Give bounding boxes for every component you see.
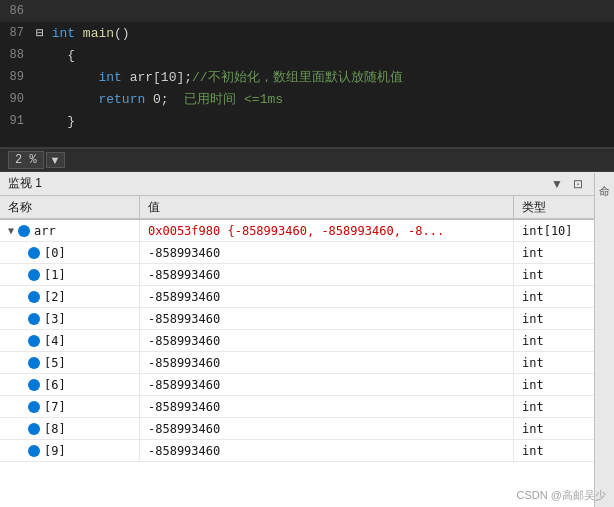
row-name-cell: [1] <box>0 264 140 285</box>
variable-name: [9] <box>44 444 66 458</box>
row-name-cell: [2] <box>0 286 140 307</box>
variable-name: [1] <box>44 268 66 282</box>
variable-name: [2] <box>44 290 66 304</box>
table-header: 名称 值 类型 <box>0 196 614 220</box>
variable-name: arr <box>34 224 56 238</box>
zoom-control[interactable]: 2 % ▼ <box>8 151 65 169</box>
line-content: ⊟ int main() <box>36 25 130 41</box>
code-line: 87⊟ int main() <box>0 22 614 44</box>
row-value-cell: -858993460 <box>140 352 514 373</box>
line-number: 86 <box>4 4 36 18</box>
watch-table: 名称 值 类型 ▼arr0x0053f980 {-858993460, -858… <box>0 196 614 507</box>
code-line: 91 } <box>0 110 614 132</box>
row-name-cell: [8] <box>0 418 140 439</box>
code-line: 90 return 0; 已用时间 <=1ms <box>0 88 614 110</box>
row-name-cell: [9] <box>0 440 140 461</box>
line-content: return 0; 已用时间 <=1ms <box>36 90 283 108</box>
line-number: 89 <box>4 70 36 84</box>
row-value-cell: -858993460 <box>140 286 514 307</box>
zoom-value: 2 % <box>8 151 44 169</box>
code-line: 88 { <box>0 44 614 66</box>
row-value-cell: 0x0053f980 {-858993460, -858993460, -8..… <box>140 220 514 241</box>
table-row[interactable]: [1]-858993460int <box>0 264 614 286</box>
row-value-cell: -858993460 <box>140 440 514 461</box>
row-value-cell: -858993460 <box>140 418 514 439</box>
variable-name: [6] <box>44 378 66 392</box>
watch-dock-button[interactable]: ⊡ <box>570 177 586 191</box>
variable-icon <box>28 357 40 369</box>
table-row[interactable]: [5]-858993460int <box>0 352 614 374</box>
row-name-cell: [5] <box>0 352 140 373</box>
table-row[interactable]: [4]-858993460int <box>0 330 614 352</box>
variable-icon <box>28 269 40 281</box>
variable-name: [0] <box>44 246 66 260</box>
variable-icon <box>28 401 40 413</box>
status-bar: 2 % ▼ <box>0 148 614 172</box>
line-number: 91 <box>4 114 36 128</box>
code-editor: 8687⊟ int main()88 {89 int arr[10];//不初始… <box>0 0 614 148</box>
watermark: CSDN @高邮吴少 <box>517 488 606 503</box>
variable-icon <box>28 247 40 259</box>
row-name-cell: [3] <box>0 308 140 329</box>
variable-icon <box>18 225 30 237</box>
line-number: 90 <box>4 92 36 106</box>
zoom-dropdown-button[interactable]: ▼ <box>46 152 65 168</box>
table-row[interactable]: [6]-858993460int <box>0 374 614 396</box>
row-value-cell: -858993460 <box>140 396 514 417</box>
row-name-cell: ▼arr <box>0 220 140 241</box>
row-value-cell: -858993460 <box>140 308 514 329</box>
variable-icon <box>28 423 40 435</box>
code-line: 89 int arr[10];//不初始化，数组里面默认放随机值 <box>0 66 614 88</box>
row-name-cell: [0] <box>0 242 140 263</box>
table-row[interactable]: ▼arr0x0053f980 {-858993460, -858993460, … <box>0 220 614 242</box>
col-header-value: 值 <box>140 196 514 218</box>
variable-name: [5] <box>44 356 66 370</box>
line-number: 88 <box>4 48 36 62</box>
line-content: int arr[10];//不初始化，数组里面默认放随机值 <box>36 68 403 86</box>
code-line: 86 <box>0 0 614 22</box>
row-value-cell: -858993460 <box>140 264 514 285</box>
variable-icon <box>28 379 40 391</box>
right-panel: 命 <box>594 173 614 507</box>
variable-icon <box>28 291 40 303</box>
variable-name: [7] <box>44 400 66 414</box>
row-name-cell: [4] <box>0 330 140 351</box>
variable-name: [8] <box>44 422 66 436</box>
table-row[interactable]: [9]-858993460int <box>0 440 614 462</box>
expand-arrow-icon[interactable]: ▼ <box>8 225 14 236</box>
line-content: } <box>36 114 75 129</box>
watch-panel-header: 监视 1 ▼ ⊡ ✕ <box>0 172 614 196</box>
table-row[interactable]: [7]-858993460int <box>0 396 614 418</box>
variable-icon <box>28 313 40 325</box>
row-name-cell: [7] <box>0 396 140 417</box>
table-row[interactable]: [0]-858993460int <box>0 242 614 264</box>
col-header-name: 名称 <box>0 196 140 218</box>
table-row[interactable]: [3]-858993460int <box>0 308 614 330</box>
row-value-cell: -858993460 <box>140 374 514 395</box>
row-name-cell: [6] <box>0 374 140 395</box>
line-number: 87 <box>4 26 36 40</box>
row-value-cell: -858993460 <box>140 242 514 263</box>
variable-name: [4] <box>44 334 66 348</box>
variable-icon <box>28 445 40 457</box>
variable-icon <box>28 335 40 347</box>
variable-name: [3] <box>44 312 66 326</box>
table-row[interactable]: [2]-858993460int <box>0 286 614 308</box>
watch-pin-button[interactable]: ▼ <box>548 177 566 191</box>
row-value-cell: -858993460 <box>140 330 514 351</box>
table-row[interactable]: [8]-858993460int <box>0 418 614 440</box>
watch-panel-title: 监视 1 <box>8 175 42 192</box>
line-content: { <box>36 48 75 63</box>
